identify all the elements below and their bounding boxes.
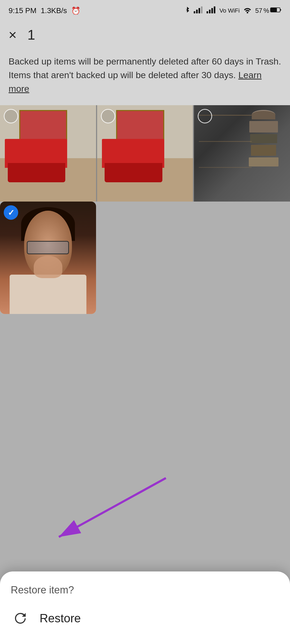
bluetooth-icon — [184, 6, 190, 15]
status-bar: 9:15 PM 1.3KB/s ⏰ Vo WiFi — [0, 0, 290, 21]
selfie-glasses — [27, 241, 69, 254]
svg-rect-9 — [271, 8, 277, 12]
svg-rect-3 — [201, 6, 203, 13]
battery-percent: 57 — [255, 7, 262, 14]
selection-count: 1 — [27, 27, 35, 43]
empty-slot-1 — [97, 202, 193, 314]
signal-icon-2 — [207, 6, 216, 15]
alarm-icon: ⏰ — [71, 6, 81, 15]
bottom-sheet: Restore item? Restore — [0, 571, 290, 644]
photo-item-3[interactable] — [194, 105, 290, 202]
empty-slot-2 — [194, 202, 290, 314]
restore-label: Restore — [40, 612, 81, 625]
top-navigation: × 1 — [0, 21, 290, 48]
restore-icon — [11, 609, 30, 628]
svg-rect-4 — [207, 11, 208, 13]
selfie-shirt — [10, 275, 86, 314]
selection-circle-2[interactable] — [101, 109, 115, 123]
sheet-title: Restore item? — [11, 584, 279, 596]
svg-rect-6 — [211, 8, 213, 13]
signal-icon-1 — [194, 6, 203, 15]
battery-display: 57 % — [255, 7, 281, 14]
network-speed: 1.3KB/s — [41, 6, 67, 15]
selection-circle-1[interactable] — [4, 109, 18, 123]
close-button[interactable]: × — [9, 28, 17, 42]
photo-grid-row2: ✓ — [0, 202, 290, 314]
check-icon: ✓ — [8, 208, 14, 217]
photo-grid-row1 — [0, 105, 290, 202]
wifi-icon — [243, 6, 251, 15]
photo-item-1[interactable] — [0, 105, 96, 202]
status-right: Vo WiFi 57 % — [184, 6, 281, 15]
photo-item-4[interactable]: ✓ — [0, 202, 96, 314]
svg-rect-5 — [209, 10, 211, 13]
empty-content-area — [0, 314, 290, 555]
photo-item-2[interactable] — [97, 105, 193, 202]
svg-rect-2 — [199, 8, 200, 13]
selection-circle-4[interactable]: ✓ — [4, 205, 18, 220]
svg-rect-0 — [194, 11, 195, 13]
vo-wifi-label: Vo WiFi — [219, 7, 240, 14]
battery-icon — [270, 7, 281, 14]
svg-rect-7 — [214, 6, 215, 13]
selection-circle-3[interactable] — [198, 109, 212, 123]
description-area: Backed up items will be permanently dele… — [0, 48, 290, 105]
restore-action[interactable]: Restore — [11, 609, 279, 628]
status-left: 9:15 PM 1.3KB/s ⏰ — [9, 6, 81, 15]
svg-rect-1 — [196, 10, 198, 13]
time-display: 9:15 PM — [9, 6, 36, 15]
description-text: Backed up items will be permanently dele… — [9, 55, 281, 96]
